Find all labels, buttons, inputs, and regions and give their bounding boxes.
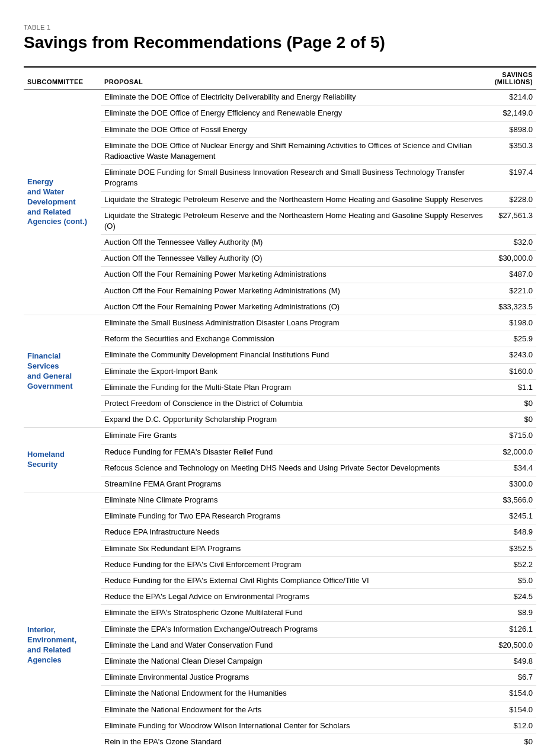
savings-cell: $245.1 — [491, 508, 536, 524]
subcommittee-cell: Energy and Water Development and Related… — [24, 89, 101, 315]
proposal-cell: Reduce Funding for FEMA's Disaster Relie… — [101, 444, 491, 460]
proposal-cell: Eliminate Environmental Justice Programs — [101, 670, 491, 686]
proposal-cell: Protect Freedom of Conscience in the Dis… — [101, 395, 491, 411]
proposal-cell: Reduce Funding for the EPA's Civil Enfor… — [101, 556, 491, 572]
savings-cell: $487.0 — [491, 267, 536, 283]
savings-cell: $0 — [491, 395, 536, 411]
proposal-cell: Reduce Funding for the EPA's External Ci… — [101, 573, 491, 589]
savings-cell: $198.0 — [491, 315, 536, 331]
proposal-cell: Eliminate the DOE Office of Energy Effic… — [101, 105, 491, 121]
savings-cell: $350.3 — [491, 137, 536, 164]
proposal-cell: Eliminate the EPA's Stratospheric Ozone … — [101, 605, 491, 621]
proposal-cell: Auction Off the Tennessee Valley Authori… — [101, 251, 491, 267]
proposal-cell: Eliminate Funding for Woodrow Wilson Int… — [101, 718, 491, 734]
savings-cell: $6.7 — [491, 670, 536, 686]
savings-cell: $352.5 — [491, 540, 536, 556]
savings-cell: $25.9 — [491, 331, 536, 347]
savings-cell: $154.0 — [491, 702, 536, 718]
savings-cell: $30,000.0 — [491, 251, 536, 267]
proposal-cell: Eliminate Six Redundant EPA Programs — [101, 540, 491, 556]
proposal-cell: Eliminate the DOE Office of Nuclear Ener… — [101, 137, 491, 164]
savings-cell: $154.0 — [491, 686, 536, 702]
proposal-cell: Auction Off the Four Remaining Power Mar… — [101, 267, 491, 283]
col-header-subcommittee: SUBCOMMITTEE — [24, 67, 101, 89]
table-label: TABLE 1 — [24, 24, 536, 31]
proposal-cell: Eliminate the Small Business Administrat… — [101, 315, 491, 331]
page-title: Savings from Recommendations (Page 2 of … — [24, 33, 536, 52]
proposal-cell: Eliminate the Export-Import Bank — [101, 363, 491, 379]
proposal-cell: Auction Off the Tennessee Valley Authori… — [101, 235, 491, 251]
proposal-cell: Eliminate Funding for Two EPA Research P… — [101, 508, 491, 524]
savings-cell: $3,566.0 — [491, 492, 536, 508]
proposal-cell: Reduce the EPA's Legal Advice on Environ… — [101, 589, 491, 605]
proposal-cell: Eliminate the National Endowment for the… — [101, 702, 491, 718]
proposal-cell: Eliminate DOE Funding for Small Business… — [101, 165, 491, 191]
savings-cell: $24.5 — [491, 589, 536, 605]
savings-cell: $898.0 — [491, 121, 536, 137]
subcommittee-cell: Homeland Security — [24, 428, 101, 492]
savings-cell: $126.1 — [491, 621, 536, 637]
proposal-cell: Rein in the EPA's Ozone Standard — [101, 734, 491, 749]
subcommittee-cell: Financial Services and General Governmen… — [24, 315, 101, 428]
savings-cell: $12.0 — [491, 718, 536, 734]
proposal-cell: Liquidate the Strategic Petroleum Reserv… — [101, 207, 491, 234]
proposal-cell: Refocus Science and Technology on Meetin… — [101, 460, 491, 476]
savings-cell: $228.0 — [491, 191, 536, 207]
proposal-cell: Eliminate Fire Grants — [101, 428, 491, 444]
savings-cell: $0 — [491, 412, 536, 428]
savings-cell: $20,500.0 — [491, 637, 536, 653]
savings-cell: $8.9 — [491, 605, 536, 621]
savings-cell: $1.1 — [491, 379, 536, 395]
savings-cell: $2,000.0 — [491, 444, 536, 460]
savings-cell: $300.0 — [491, 476, 536, 492]
savings-cell: $2,149.0 — [491, 105, 536, 121]
savings-cell: $48.9 — [491, 524, 536, 540]
proposal-cell: Eliminate the Community Development Fina… — [101, 347, 491, 363]
proposal-cell: Liquidate the Strategic Petroleum Reserv… — [101, 191, 491, 207]
proposal-cell: Reform the Securities and Exchange Commi… — [101, 331, 491, 347]
proposal-cell: Reduce EPA Infrastructure Needs — [101, 524, 491, 540]
savings-cell: $32.0 — [491, 235, 536, 251]
savings-cell: $33,323.5 — [491, 299, 536, 315]
savings-cell: $243.0 — [491, 347, 536, 363]
savings-cell: $214.0 — [491, 89, 536, 105]
savings-cell: $5.0 — [491, 573, 536, 589]
savings-cell: $27,561.3 — [491, 207, 536, 234]
savings-cell: $0 — [491, 734, 536, 749]
proposal-cell: Expand the D.C. Opportunity Scholarship … — [101, 412, 491, 428]
proposal-cell: Eliminate Nine Climate Programs — [101, 492, 491, 508]
proposal-cell: Eliminate the National Endowment for the… — [101, 686, 491, 702]
proposal-cell: Auction Off the Four Remaining Power Mar… — [101, 283, 491, 299]
savings-cell: $34.4 — [491, 460, 536, 476]
proposal-cell: Auction Off the Four Remaining Power Mar… — [101, 299, 491, 315]
savings-cell: $715.0 — [491, 428, 536, 444]
proposal-cell: Eliminate the EPA's Information Exchange… — [101, 621, 491, 637]
savings-cell: $49.8 — [491, 653, 536, 669]
proposal-cell: Eliminate the National Clean Diesel Camp… — [101, 653, 491, 669]
savings-cell: $197.4 — [491, 165, 536, 191]
savings-cell: $160.0 — [491, 363, 536, 379]
proposal-cell: Eliminate the Funding for the Multi-Stat… — [101, 379, 491, 395]
proposal-cell: Eliminate the DOE Office of Fossil Energ… — [101, 121, 491, 137]
col-header-savings: SAVINGS (millions) — [491, 67, 536, 89]
savings-cell: $52.2 — [491, 556, 536, 572]
subcommittee-cell: Interior, Environment, and Related Agenc… — [24, 492, 101, 749]
proposal-cell: Eliminate the DOE Office of Electricity … — [101, 89, 491, 105]
proposal-cell: Eliminate the Land and Water Conservatio… — [101, 637, 491, 653]
savings-table: SUBCOMMITTEE PROPOSAL SAVINGS (millions)… — [24, 66, 536, 749]
proposal-cell: Streamline FEMA Grant Programs — [101, 476, 491, 492]
savings-cell: $221.0 — [491, 283, 536, 299]
col-header-proposal: PROPOSAL — [101, 67, 491, 89]
